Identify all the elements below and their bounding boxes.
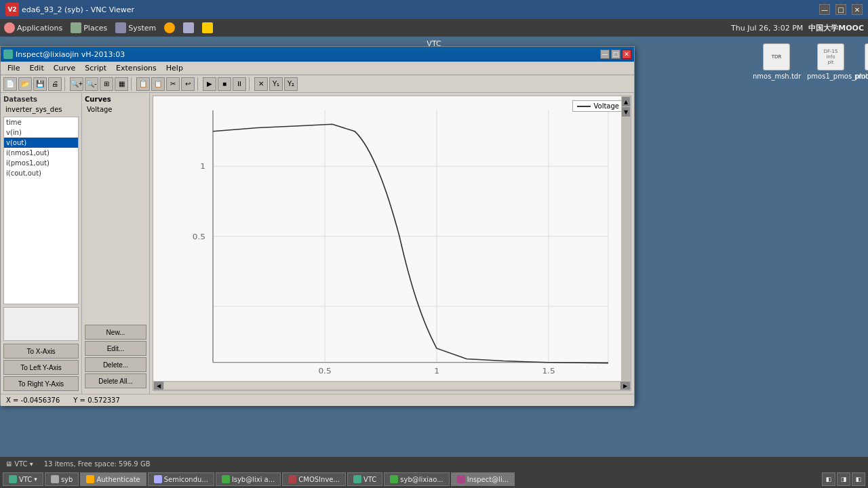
semicondu-icon [154, 475, 162, 483]
vnc-maximize-btn[interactable]: □ [835, 4, 846, 15]
app-menubar: File Edit Curve Script Extensions Help [1, 62, 634, 75]
taskbar-item-semicondu[interactable]: Semicondu... [148, 472, 214, 486]
toolbar-zoom-in[interactable]: 🔍+ [70, 77, 83, 91]
signal-list[interactable]: time v(in) v(out) i(nmos1,out) i(pmos1,o… [3, 117, 79, 304]
toolbar-print[interactable]: 🖨 [48, 77, 62, 91]
signal-time[interactable]: time [4, 117, 78, 127]
to-left-y-btn[interactable]: To Left Y-Axis [3, 360, 79, 375]
menu-help[interactable]: Help [162, 63, 187, 73]
app-content: Datasets inverter_sys_des time v(in) v(o… [1, 93, 634, 394]
signal-ipmos1[interactable]: i(pmos1,out) [4, 158, 78, 168]
taskbar-btn3[interactable]: ◧ [852, 472, 865, 486]
left-panel: Datasets inverter_sys_des time v(in) v(o… [1, 93, 82, 394]
items-count: 13 items, Free space: 596.9 GB [44, 460, 151, 468]
taskbar-item-lsyb[interactable]: lsyb@lixi a... [216, 472, 281, 486]
vnc-window-title: eda6_93_2 (syb) - VNC Viewer [22, 5, 134, 14]
to-right-y-btn[interactable]: To Right Y-Axis [3, 376, 79, 391]
taskbar-btn2[interactable]: ◨ [837, 472, 850, 486]
dataset-item[interactable]: inverter_sys_des [3, 105, 79, 114]
desktop-icon-nmos[interactable]: TDR nmos_msh.tdr [753, 43, 800, 80]
app-close-btn[interactable]: ✕ [622, 49, 631, 59]
system-menu[interactable]: System [115, 22, 156, 33]
toolbar-undo[interactable]: ↩ [181, 77, 195, 91]
to-x-axis-btn[interactable]: To X-Axis [3, 344, 79, 359]
notes-icon[interactable] [202, 22, 213, 33]
inspect-icon [457, 475, 465, 483]
toolbar-cut[interactable]: ✂ [166, 77, 180, 91]
menu-edit[interactable]: Edit [25, 63, 47, 73]
toolbar-y1[interactable]: Y₁ [269, 77, 283, 91]
signal-inmos1[interactable]: i(nmos1,out) [4, 148, 78, 158]
delete-all-btn[interactable]: Delete All... [85, 373, 146, 388]
app-titlebar: Inspect@lixiaojin vH-2013:03 — □ ✕ [1, 47, 634, 62]
menu-script[interactable]: Script [81, 63, 111, 73]
toolbar-y2[interactable]: Y₂ [284, 77, 298, 91]
app-max-btn[interactable]: □ [611, 49, 620, 59]
vnc-close-btn[interactable]: ✕ [852, 4, 863, 15]
chart-vscrollbar[interactable]: ▲ ▼ [621, 96, 631, 381]
taskbar-vtc-indicator[interactable]: VTC ▾ [3, 472, 43, 486]
edit-curve-btn[interactable]: Edit... [85, 341, 146, 356]
new-curve-btn[interactable]: New... [85, 325, 146, 340]
applications-menu[interactable]: Applications [4, 22, 62, 33]
places-menu[interactable]: Places [71, 22, 107, 33]
vnc-title-left: V2 eda6_93_2 (syb) - VNC Viewer [5, 3, 134, 16]
desktop-menubar: Applications Places System Thu Jul 26, 3… [0, 19, 868, 37]
app-title: Inspect@lixiaojin vH-2013:03 [16, 50, 125, 59]
desktop-area: VTC TDR nmos_msh.tdr DF-15infoplt pmos1_… [0, 37, 868, 472]
mooc-logo: 中国大学MOOC [808, 23, 864, 33]
taskbar-item-vtc2[interactable]: VTC [347, 472, 382, 486]
toolbar-open[interactable]: 📂 [18, 77, 32, 91]
curve-voltage[interactable]: Voltage [85, 105, 146, 114]
toolbar-new[interactable]: 📄 [3, 77, 17, 91]
menu-curve[interactable]: Curve [50, 63, 79, 73]
toolbar-pause[interactable]: ⏸ [233, 77, 246, 91]
signal-detail-box [3, 307, 79, 341]
scroll-left-btn[interactable]: ◀ [154, 382, 163, 390]
toolbar-paste[interactable]: 📋 [151, 77, 165, 91]
toolbar-save[interactable]: 💾 [33, 77, 47, 91]
desktop-menu-right: Thu Jul 26, 3:02 PM 中国大学MOOC [731, 23, 864, 33]
vnc-logo: V2 [5, 3, 19, 16]
toolbar-sep3 [197, 77, 200, 91]
taskbar-item-authenticate[interactable]: Authenticate [80, 472, 146, 486]
desktop-icon-pmos-tdr[interactable]: TDR pmos_tdrdat... [854, 43, 868, 80]
app-statusbar: X = -0.0456376 Y = 0.572337 [1, 394, 634, 406]
scroll-down-btn[interactable]: ▼ [622, 107, 630, 117]
delete-curve-btn[interactable]: Delete... [85, 357, 146, 372]
svg-rect-0 [153, 96, 631, 390]
scroll-up-btn[interactable]: ▲ [622, 97, 630, 106]
taskbar-item-cmosinve[interactable]: CMOSInve... [282, 472, 346, 486]
toolbar-zoom-fit[interactable]: ⊞ [100, 77, 113, 91]
svg-text:1: 1 [434, 367, 439, 376]
toolbar-zoom-out[interactable]: 🔍- [85, 77, 98, 91]
chart-hscrollbar[interactable]: ◀ ▶ [153, 381, 631, 390]
desktop-icon-pmos1[interactable]: DF-15infoplt pmos1_pmos_plot_des.plt [807, 43, 854, 80]
menu-extensions[interactable]: Extensions [112, 63, 161, 73]
app-min-btn[interactable]: — [600, 49, 610, 59]
scroll-right-btn[interactable]: ▶ [620, 382, 630, 390]
chart-svg: 0.5 1 0.5 1 1.5 [153, 96, 631, 390]
menu-file[interactable]: File [3, 63, 24, 73]
curves-label: Curves [85, 96, 146, 103]
taskbar-item-inspect[interactable]: Inspect@li... [451, 472, 515, 486]
signal-icout[interactable]: i(cout,out) [4, 168, 78, 178]
toolbar-grid[interactable]: ▦ [115, 77, 128, 91]
signal-vout[interactable]: v(out) [4, 138, 78, 148]
taskbar-item-syb[interactable]: syb [45, 472, 79, 486]
datetime-display: Thu Jul 26, 3:02 PM [731, 24, 803, 33]
toolbar-x-cut[interactable]: ✕ [254, 77, 268, 91]
toolbar-play[interactable]: ▶ [203, 77, 216, 91]
taskbar-item-syblixiao[interactable]: syb@lixiao... [384, 472, 449, 486]
browser-icon[interactable] [164, 22, 175, 33]
toolbar-copy[interactable]: 📋 [136, 77, 150, 91]
vnc-minimize-btn[interactable]: — [819, 4, 830, 15]
taskbar-btn1[interactable]: ◧ [822, 472, 835, 486]
y-coordinate: Y = 0.572337 [73, 396, 120, 404]
search-icon[interactable] [183, 22, 194, 33]
signal-vin[interactable]: v(in) [4, 127, 78, 138]
toolbar-sep2 [131, 77, 134, 91]
svg-text:0.5: 0.5 [193, 232, 205, 241]
toolbar-stop[interactable]: ■ [218, 77, 231, 91]
authenticate-icon [86, 475, 94, 483]
